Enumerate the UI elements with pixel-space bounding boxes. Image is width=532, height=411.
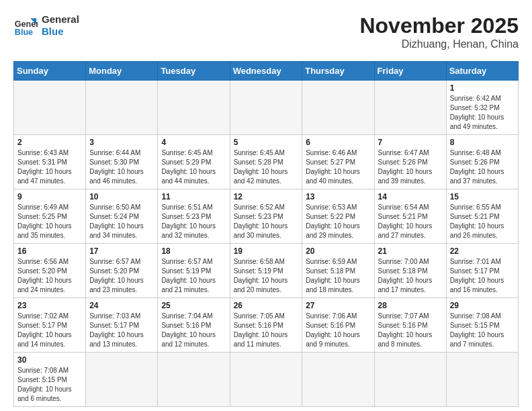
day-info: Sunrise: 6:49 AM Sunset: 5:25 PM Dayligh…	[17, 203, 82, 240]
logo-blue-text: Blue	[42, 26, 79, 38]
weekday-header-monday: Monday	[86, 62, 158, 81]
day-number: 24	[89, 301, 154, 310]
calendar-cell: 8Sunrise: 6:48 AM Sunset: 5:26 PM Daylig…	[446, 135, 518, 189]
calendar-cell: 18Sunrise: 6:57 AM Sunset: 5:19 PM Dayli…	[158, 244, 230, 298]
calendar-cell: 17Sunrise: 6:57 AM Sunset: 5:20 PM Dayli…	[86, 244, 158, 298]
day-info: Sunrise: 6:54 AM Sunset: 5:21 PM Dayligh…	[378, 203, 443, 240]
day-number: 5	[234, 138, 299, 147]
day-number: 8	[450, 138, 515, 147]
calendar-cell: 27Sunrise: 7:06 AM Sunset: 5:16 PM Dayli…	[302, 298, 374, 353]
day-number: 25	[161, 301, 226, 310]
calendar-cell	[302, 353, 374, 407]
day-info: Sunrise: 6:57 AM Sunset: 5:19 PM Dayligh…	[161, 257, 226, 295]
calendar-cell	[14, 81, 86, 135]
calendar-cell: 12Sunrise: 6:52 AM Sunset: 5:23 PM Dayli…	[230, 189, 302, 244]
calendar-cell: 14Sunrise: 6:54 AM Sunset: 5:21 PM Dayli…	[374, 189, 446, 244]
day-info: Sunrise: 7:04 AM Sunset: 5:16 PM Dayligh…	[161, 312, 226, 349]
day-info: Sunrise: 6:53 AM Sunset: 5:22 PM Dayligh…	[306, 203, 370, 240]
calendar-cell: 3Sunrise: 6:44 AM Sunset: 5:30 PM Daylig…	[86, 135, 158, 189]
day-number: 18	[161, 246, 226, 256]
day-info: Sunrise: 6:45 AM Sunset: 5:29 PM Dayligh…	[161, 148, 226, 186]
calendar-cell: 23Sunrise: 7:02 AM Sunset: 5:17 PM Dayli…	[14, 298, 86, 353]
calendar-cell: 5Sunrise: 6:45 AM Sunset: 5:28 PM Daylig…	[230, 135, 302, 189]
day-number: 7	[378, 138, 443, 147]
day-info: Sunrise: 6:42 AM Sunset: 5:32 PM Dayligh…	[450, 94, 515, 132]
weekday-header-tuesday: Tuesday	[158, 62, 230, 81]
day-number: 1	[450, 83, 515, 93]
calendar-cell: 16Sunrise: 6:56 AM Sunset: 5:20 PM Dayli…	[14, 244, 86, 298]
calendar-cell: 6Sunrise: 6:46 AM Sunset: 5:27 PM Daylig…	[302, 135, 374, 189]
day-info: Sunrise: 7:02 AM Sunset: 5:17 PM Dayligh…	[17, 312, 82, 349]
calendar-cell	[302, 81, 374, 135]
day-info: Sunrise: 6:43 AM Sunset: 5:31 PM Dayligh…	[17, 148, 82, 186]
calendar-cell: 26Sunrise: 7:05 AM Sunset: 5:16 PM Dayli…	[230, 298, 302, 353]
calendar-cell: 15Sunrise: 6:55 AM Sunset: 5:21 PM Dayli…	[446, 189, 518, 244]
day-info: Sunrise: 6:58 AM Sunset: 5:19 PM Dayligh…	[234, 257, 299, 295]
day-info: Sunrise: 7:06 AM Sunset: 5:16 PM Dayligh…	[306, 312, 370, 349]
calendar-cell	[230, 81, 302, 135]
day-info: Sunrise: 6:50 AM Sunset: 5:24 PM Dayligh…	[89, 203, 154, 240]
calendar-cell: 1Sunrise: 6:42 AM Sunset: 5:32 PM Daylig…	[446, 81, 518, 135]
calendar-cell	[230, 353, 302, 407]
calendar-row-1: 2Sunrise: 6:43 AM Sunset: 5:31 PM Daylig…	[14, 135, 519, 189]
day-number: 6	[306, 138, 370, 147]
weekday-header-row: SundayMondayTuesdayWednesdayThursdayFrid…	[14, 62, 519, 81]
weekday-header-saturday: Saturday	[446, 62, 518, 81]
title-block: November 2025 Dizhuang, Henan, China	[359, 13, 519, 50]
calendar-cell: 30Sunrise: 7:08 AM Sunset: 5:15 PM Dayli…	[14, 353, 86, 407]
calendar-cell: 7Sunrise: 6:47 AM Sunset: 5:26 PM Daylig…	[374, 135, 446, 189]
day-info: Sunrise: 7:08 AM Sunset: 5:15 PM Dayligh…	[17, 366, 82, 404]
day-number: 17	[89, 246, 154, 256]
day-number: 2	[17, 138, 82, 147]
day-number: 27	[306, 301, 370, 310]
day-number: 9	[17, 192, 82, 201]
day-info: Sunrise: 6:51 AM Sunset: 5:23 PM Dayligh…	[161, 203, 226, 240]
day-info: Sunrise: 7:01 AM Sunset: 5:17 PM Dayligh…	[450, 257, 515, 295]
weekday-header-thursday: Thursday	[302, 62, 374, 81]
calendar-cell: 13Sunrise: 6:53 AM Sunset: 5:22 PM Dayli…	[302, 189, 374, 244]
logo-general-text: General	[42, 13, 79, 26]
day-info: Sunrise: 6:46 AM Sunset: 5:27 PM Dayligh…	[306, 148, 370, 186]
calendar-row-2: 9Sunrise: 6:49 AM Sunset: 5:25 PM Daylig…	[14, 189, 519, 244]
day-info: Sunrise: 6:47 AM Sunset: 5:26 PM Dayligh…	[378, 148, 443, 186]
day-info: Sunrise: 6:44 AM Sunset: 5:30 PM Dayligh…	[89, 148, 154, 186]
day-number: 22	[450, 246, 515, 256]
calendar-cell	[374, 81, 446, 135]
calendar-cell: 10Sunrise: 6:50 AM Sunset: 5:24 PM Dayli…	[86, 189, 158, 244]
calendar-table: SundayMondayTuesdayWednesdayThursdayFrid…	[13, 61, 519, 407]
calendar-cell	[158, 81, 230, 135]
day-info: Sunrise: 7:05 AM Sunset: 5:16 PM Dayligh…	[234, 312, 299, 349]
day-number: 12	[234, 192, 299, 201]
day-number: 19	[234, 246, 299, 256]
calendar-cell: 21Sunrise: 7:00 AM Sunset: 5:18 PM Dayli…	[374, 244, 446, 298]
day-number: 26	[234, 301, 299, 310]
calendar-cell: 25Sunrise: 7:04 AM Sunset: 5:16 PM Dayli…	[158, 298, 230, 353]
logo: General Blue General Blue	[13, 13, 79, 38]
day-number: 15	[450, 192, 515, 201]
svg-text:Blue: Blue	[15, 28, 33, 37]
day-number: 20	[306, 246, 370, 256]
day-number: 3	[89, 138, 154, 147]
day-info: Sunrise: 7:03 AM Sunset: 5:17 PM Dayligh…	[89, 312, 154, 349]
calendar-cell: 2Sunrise: 6:43 AM Sunset: 5:31 PM Daylig…	[14, 135, 86, 189]
day-number: 13	[306, 192, 370, 201]
calendar-cell: 29Sunrise: 7:08 AM Sunset: 5:15 PM Dayli…	[446, 298, 518, 353]
day-info: Sunrise: 7:00 AM Sunset: 5:18 PM Dayligh…	[378, 257, 443, 295]
day-info: Sunrise: 7:07 AM Sunset: 5:16 PM Dayligh…	[378, 312, 443, 349]
calendar-cell: 28Sunrise: 7:07 AM Sunset: 5:16 PM Dayli…	[374, 298, 446, 353]
calendar-cell	[86, 353, 158, 407]
day-number: 30	[17, 355, 82, 365]
calendar-row-5: 30Sunrise: 7:08 AM Sunset: 5:15 PM Dayli…	[14, 353, 519, 407]
day-info: Sunrise: 6:56 AM Sunset: 5:20 PM Dayligh…	[17, 257, 82, 295]
day-info: Sunrise: 6:55 AM Sunset: 5:21 PM Dayligh…	[450, 203, 515, 240]
weekday-header-wednesday: Wednesday	[230, 62, 302, 81]
day-number: 21	[378, 246, 443, 256]
day-number: 28	[378, 301, 443, 310]
calendar-row-3: 16Sunrise: 6:56 AM Sunset: 5:20 PM Dayli…	[14, 244, 519, 298]
calendar-cell	[158, 353, 230, 407]
day-info: Sunrise: 6:52 AM Sunset: 5:23 PM Dayligh…	[234, 203, 299, 240]
calendar-cell	[86, 81, 158, 135]
calendar-cell	[446, 353, 518, 407]
calendar-cell	[374, 353, 446, 407]
day-number: 4	[161, 138, 226, 147]
